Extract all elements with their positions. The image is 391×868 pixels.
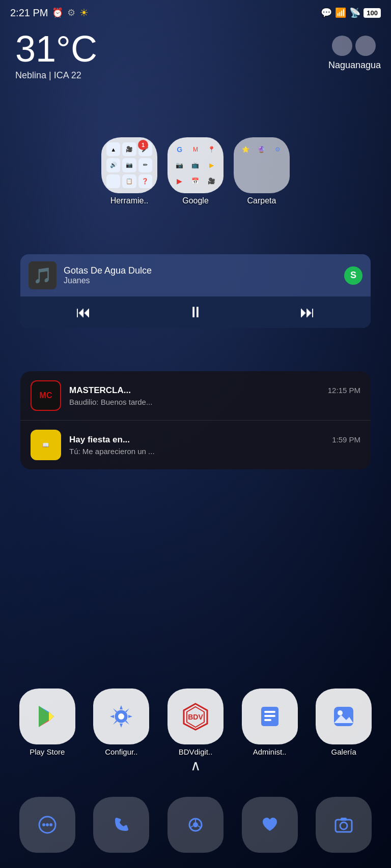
- svg-text:BDV: BDV: [188, 713, 203, 721]
- notif-preview-masterclass: Baudilio: Buenos tarde...: [69, 398, 360, 406]
- badge-herramientas: 1: [138, 140, 148, 150]
- notif-header-fiesta: Hay fiesta en... 1:59 PM: [69, 435, 360, 445]
- music-controls: ⏮ ⏸ ⏭: [20, 296, 371, 328]
- spotify-icon: S: [344, 266, 362, 285]
- music-info: 🎵 Gotas De Agua Dulce Juanes S: [20, 254, 371, 296]
- notif-avatar-fiesta: 📖: [31, 430, 61, 460]
- dots-widget[interactable]: [332, 36, 376, 56]
- next-button[interactable]: ⏭: [300, 304, 315, 321]
- folder-carpeta[interactable]: ⭐ 🔮 ⚙ Carpeta: [234, 137, 290, 205]
- app-gallery[interactable]: Galería: [313, 689, 374, 756]
- app-admin[interactable]: Administ..: [239, 689, 300, 756]
- battery-display: 100: [364, 8, 381, 18]
- app-play-store[interactable]: Play Store: [17, 689, 78, 756]
- svg-point-19: [46, 823, 49, 826]
- weather-widget[interactable]: 31°C Neblina | ICA 22: [15, 31, 97, 81]
- folder-google[interactable]: G M 📍 📷 📺 ▶ ▶ 📅 🎥 Google: [167, 137, 224, 205]
- notif-time-fiesta: 1:59 PM: [332, 435, 360, 444]
- svg-point-20: [49, 823, 52, 826]
- gallery-label: Galería: [331, 747, 356, 756]
- svg-rect-14: [334, 707, 353, 726]
- folder-carpeta-label: Carpeta: [247, 196, 276, 205]
- dot-2: [355, 36, 376, 56]
- svg-point-22: [193, 822, 198, 827]
- status-left: 2:21 PM ⏰ ⚙ ☀: [10, 7, 89, 19]
- dock-phone[interactable]: [93, 797, 149, 853]
- bdv-label: BDVdigit..: [179, 747, 213, 756]
- notification-fiesta[interactable]: 📖 Hay fiesta en... 1:59 PM Tú: Me aparec…: [20, 421, 371, 469]
- notif-name-masterclass: MASTERCLA...: [69, 385, 131, 396]
- folder-google-icon: G M 📍 📷 📺 ▶ ▶ 📅 🎥: [167, 137, 224, 193]
- notif-avatar-masterclass: MC: [31, 380, 61, 411]
- status-bar: 2:21 PM ⏰ ⚙ ☀ 💬 📶 📡 100: [0, 0, 391, 25]
- folder-herramientas[interactable]: 1 ▲ 🎥 🎤 🔊 📷 ✏ 📋 ❓ Herramie..: [101, 137, 157, 205]
- folder-google-label: Google: [182, 196, 209, 205]
- svg-rect-13: [264, 719, 271, 721]
- signal-icon: 📶: [335, 7, 346, 18]
- svg-rect-11: [264, 711, 275, 713]
- notifications: MC MASTERCLA... 12:15 PM Baudilio: Bueno…: [20, 371, 371, 469]
- quick-dock: [0, 797, 391, 853]
- dock-messages[interactable]: [19, 797, 75, 853]
- notif-preview-fiesta: Tú: Me aparecieron un ...: [69, 447, 360, 456]
- play-store-label: Play Store: [30, 747, 65, 756]
- music-artist: Juanes: [64, 276, 337, 285]
- svg-point-6: [118, 713, 124, 720]
- dot-1: [332, 36, 352, 56]
- folder-herramientas-label: Herramie..: [110, 196, 149, 205]
- admin-icon: [242, 689, 298, 744]
- folder-herramientas-icon: 1 ▲ 🎥 🎤 🔊 📷 ✏ 📋 ❓: [101, 137, 157, 193]
- settings-status-icon: ⚙: [67, 7, 75, 18]
- svg-rect-28: [341, 818, 347, 821]
- up-arrow[interactable]: ∧: [190, 757, 201, 774]
- app-bdv[interactable]: BDV BDVdigit..: [165, 689, 226, 756]
- folder-carpeta-icon: ⭐ 🔮 ⚙: [234, 137, 290, 193]
- naguanagua-label: Naguanagua: [328, 60, 381, 71]
- alarm-icon: ⏰: [52, 7, 63, 18]
- notification-masterclass[interactable]: MC MASTERCLA... 12:15 PM Baudilio: Bueno…: [20, 371, 371, 421]
- settings-icon: [93, 689, 149, 744]
- svg-point-27: [340, 822, 347, 829]
- music-player[interactable]: 🎵 Gotas De Agua Dulce Juanes S ⏮ ⏸ ⏭: [20, 254, 371, 328]
- notif-body-fiesta: Hay fiesta en... 1:59 PM Tú: Me aparecie…: [69, 435, 360, 456]
- settings-label: Configur..: [105, 747, 137, 756]
- bdv-icon: BDV: [167, 689, 224, 744]
- dock-chrome[interactable]: [167, 797, 224, 853]
- chat-icon: 💬: [321, 7, 332, 18]
- folders-row: 1 ▲ 🎥 🎤 🔊 📷 ✏ 📋 ❓ Herramie.. G M 📍 📷 📺: [101, 137, 290, 205]
- notif-header-masterclass: MASTERCLA... 12:15 PM: [69, 385, 360, 396]
- prev-button[interactable]: ⏮: [76, 304, 91, 321]
- svg-point-15: [338, 710, 343, 715]
- pause-button[interactable]: ⏸: [188, 304, 203, 321]
- brightness-icon: ☀: [79, 7, 89, 19]
- music-title: Gotas De Agua Dulce: [64, 265, 337, 276]
- dock-health[interactable]: [242, 797, 298, 853]
- dock-camera[interactable]: [316, 797, 372, 853]
- music-text: Gotas De Agua Dulce Juanes: [64, 265, 337, 285]
- svg-point-18: [42, 823, 45, 826]
- notif-name-fiesta: Hay fiesta en...: [69, 435, 130, 445]
- gallery-icon: [316, 689, 372, 744]
- music-thumbnail: 🎵: [29, 261, 57, 289]
- svg-rect-12: [264, 715, 275, 717]
- status-right: 💬 📶 📡 100: [321, 7, 381, 18]
- time-display: 2:21 PM: [10, 7, 48, 19]
- svg-marker-3: [49, 712, 54, 721]
- screen: 2:21 PM ⏰ ⚙ ☀ 💬 📶 📡 100 31°C Neblina | I…: [0, 0, 391, 868]
- admin-label: Administ..: [253, 747, 287, 756]
- app-settings[interactable]: Configur..: [91, 689, 152, 756]
- weather-temp: 31°C: [15, 31, 97, 67]
- weather-location: Neblina | ICA 22: [15, 70, 97, 81]
- wifi-icon: 📡: [349, 7, 360, 18]
- notif-body-masterclass: MASTERCLA... 12:15 PM Baudilio: Buenos t…: [69, 385, 360, 406]
- notif-time-masterclass: 12:15 PM: [328, 386, 360, 395]
- apps-row: Play Store Configur..: [0, 689, 391, 756]
- play-store-icon: [19, 689, 75, 744]
